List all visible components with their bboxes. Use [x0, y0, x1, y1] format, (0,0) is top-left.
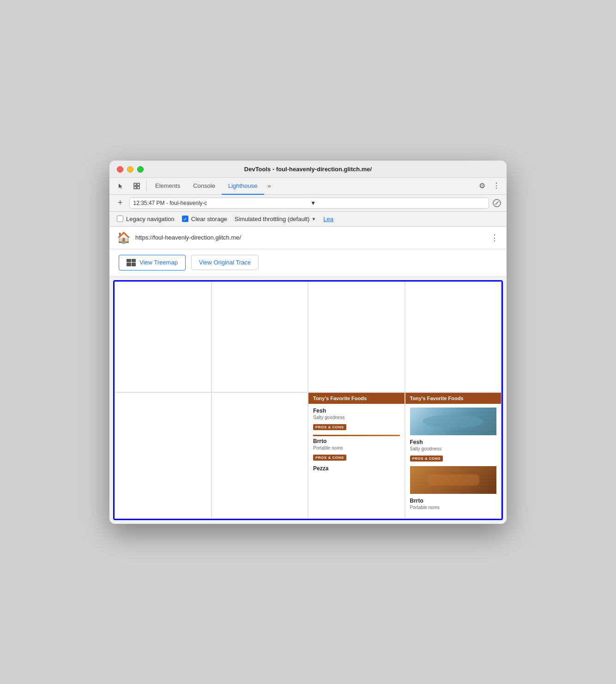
devtools-tab-bar: Elements Console Lighthouse » ⚙ ⋮: [109, 178, 507, 195]
dropdown-arrow-icon: ▼: [311, 216, 316, 222]
grid-cell-2-3: Tony's Favorite Foods Fesh Salty goodnes…: [308, 392, 405, 519]
close-button[interactable]: [117, 166, 123, 173]
devtools-window: DevTools - foul-heavenly-direction.glitc…: [109, 161, 507, 524]
grid-cell-1-3: [308, 282, 405, 392]
grid-cell-2-4: Tony's Favorite Foods Fesh Salty goodnes…: [405, 392, 502, 519]
food-name: Pezza: [313, 465, 400, 472]
fish-visual: [410, 408, 497, 435]
food-desc: Salty goodness: [410, 446, 497, 451]
grid-cell-1-4: [405, 282, 502, 392]
pros-cons-badge[interactable]: PROS & CONS: [313, 455, 346, 461]
learn-link[interactable]: Lea: [323, 216, 333, 222]
svg-rect-3: [137, 186, 139, 189]
food-item-brrto-2: Brrto Portable noms: [410, 466, 497, 510]
food-name: Fesh: [313, 408, 400, 414]
tab-console[interactable]: Console: [187, 178, 222, 195]
options-row: Legacy navigation Clear storage Simulate…: [109, 212, 507, 227]
burrito-visual: [410, 466, 497, 494]
view-treemap-button[interactable]: View Treemap: [119, 255, 186, 270]
url-bar[interactable]: 12:35:47 PM - foul-heavenly-c ▼: [129, 198, 489, 209]
legacy-nav-checkbox[interactable]: [117, 216, 123, 222]
cursor-icon[interactable]: [113, 179, 129, 193]
toolbar-row: + 12:35:47 PM - foul-heavenly-c ▼: [109, 195, 507, 212]
food-name: Brrto: [313, 438, 400, 444]
url-row: 🏠 https://foul-heavenly-direction.glitch…: [109, 227, 507, 249]
card-3-header: Tony's Favorite Foods: [308, 393, 405, 404]
food-item-pezza: Pezza: [313, 465, 400, 472]
throttling-dropdown[interactable]: Simulated throttling (default) ▼: [235, 216, 316, 222]
lighthouse-icon: 🏠: [117, 231, 131, 244]
throttling-label: Simulated throttling (default): [235, 216, 310, 222]
food-divider: [313, 435, 400, 436]
legacy-nav-label: Legacy navigation: [126, 216, 175, 222]
content-grid: Tony's Favorite Foods Fesh Salty goodnes…: [115, 282, 501, 519]
grid-cell-1-1: [115, 282, 211, 392]
inspect-icon[interactable]: [129, 179, 145, 193]
view-original-trace-button[interactable]: View Original Trace: [191, 255, 259, 270]
no-entry-icon: [493, 199, 501, 207]
action-row: View Treemap View Original Trace: [109, 249, 507, 276]
food-desc: Salty goodness: [313, 415, 400, 420]
pros-cons-badge[interactable]: PROS & CONS: [410, 456, 443, 462]
food-name: Brrto: [410, 498, 497, 504]
food-item-brrto-1: Brrto Portable noms PROS & CONS: [313, 438, 400, 461]
tab-divider: [146, 180, 147, 192]
grid-cell-2-2: [211, 392, 308, 519]
add-tab-button[interactable]: +: [115, 198, 126, 208]
treemap-icon: [127, 259, 136, 266]
title-bar: DevTools - foul-heavenly-direction.glitc…: [109, 161, 507, 178]
more-options-icon[interactable]: ⋮: [490, 178, 503, 194]
tab-elements[interactable]: Elements: [149, 178, 187, 195]
card-3-body: Fesh Salty goodness PROS & CONS Brrto Po…: [308, 404, 405, 480]
food-item-fesh-1: Fesh Salty goodness PROS & CONS: [313, 408, 400, 430]
food-desc: Portable noms: [313, 445, 400, 450]
page-url: https://foul-heavenly-direction.glitch.m…: [135, 234, 486, 241]
clear-storage-option[interactable]: Clear storage: [182, 216, 227, 222]
grid-cell-2-1: [115, 392, 211, 519]
card-4-body: Fesh Salty goodness PROS & CONS Brrto Po…: [405, 404, 501, 518]
tab-lighthouse[interactable]: Lighthouse: [222, 178, 264, 195]
clear-storage-label: Clear storage: [191, 216, 227, 222]
card-4-header: Tony's Favorite Foods: [405, 393, 501, 404]
svg-rect-1: [137, 183, 139, 186]
svg-rect-0: [134, 183, 136, 186]
food-desc: Portable noms: [410, 505, 497, 510]
window-title: DevTools - foul-heavenly-direction.glitc…: [244, 166, 372, 173]
food-item-fesh-2: Fesh Salty goodness PROS & CONS: [410, 408, 497, 462]
more-tabs-button[interactable]: »: [264, 179, 275, 193]
legacy-nav-option[interactable]: Legacy navigation: [117, 216, 175, 222]
main-content-area: Tony's Favorite Foods Fesh Salty goodnes…: [113, 280, 503, 520]
settings-icon[interactable]: ⚙: [474, 178, 490, 194]
maximize-button[interactable]: [137, 166, 144, 173]
clear-storage-checkbox[interactable]: [182, 216, 188, 222]
burrito-image: [410, 466, 497, 494]
pros-cons-badge[interactable]: PROS & CONS: [313, 424, 346, 430]
svg-rect-2: [134, 186, 136, 189]
fish-image: [410, 408, 497, 435]
minimize-button[interactable]: [127, 166, 133, 173]
grid-cell-1-2: [211, 282, 308, 392]
url-options-icon[interactable]: ⋮: [490, 233, 499, 243]
food-name: Fesh: [410, 439, 497, 445]
traffic-lights: [117, 166, 144, 173]
